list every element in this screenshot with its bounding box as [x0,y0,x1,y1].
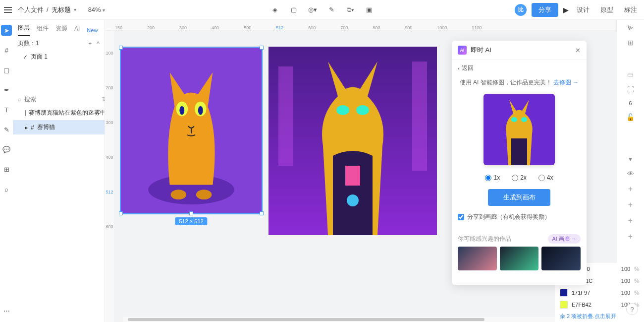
svg-point-7 [196,190,212,199]
thumb-3[interactable] [541,247,581,270]
cyber-image[interactable] [268,47,437,235]
tab-ai[interactable]: AI [74,25,80,35]
ai-panel-title: 即时 AI [471,46,491,55]
play-icon[interactable]: ▶ [563,6,569,14]
comment-tool[interactable]: 💬 [1,144,12,155]
ruler-vertical: 100200300400512600 [105,31,114,322]
mode-prototype[interactable]: 原型 [597,5,616,14]
add-section-4[interactable]: + [628,232,633,241]
share-gallery-label: 分享到画廊（有机会获得奖励） [467,213,550,221]
mode-annotate[interactable]: 标注 [621,5,640,14]
radio-2x[interactable]: 2x [512,174,527,181]
add-section-3[interactable]: + [628,216,633,225]
svg-point-17 [521,117,527,122]
pen-tool[interactable]: ✒ [1,84,12,95]
ai-hint: 使用 AI 智能修图，让作品更完美！ 去修图 → [452,76,587,89]
chevron-down-icon[interactable]: ▾ [74,7,76,12]
frame-icon[interactable]: ▢ [289,5,299,15]
right-value: 6 [629,100,632,106]
new-badge: New [87,27,98,33]
layer-item-selected[interactable]: ▸#赛博猫 [13,120,105,134]
search-icon: ⌕ [18,96,21,103]
back-button[interactable]: ‹返回 [452,60,587,76]
thumb-1[interactable] [458,247,497,270]
frame-tool[interactable]: # [1,45,12,56]
svg-point-11 [336,105,349,115]
breadcrumb-root[interactable]: 个人文件 [18,5,44,14]
gallery-link[interactable]: AI 画廊 → [548,234,581,244]
tab-layers[interactable]: 图层 [18,24,30,36]
svg-point-12 [356,105,369,115]
selected-frame[interactable]: 512 × 512 [120,47,263,214]
mask-icon[interactable]: ◎▾ [308,5,318,15]
lock-icon[interactable]: 🔓 [626,113,635,121]
zoom-select[interactable]: 84% ▾ [88,6,106,13]
device-icon[interactable]: ▭ [627,70,634,78]
edit-icon[interactable]: ✎ [326,5,336,15]
visibility-icon[interactable]: 👁 [627,170,634,178]
rectangle-tool[interactable]: ▢ [1,64,12,75]
add-section-1[interactable]: + [628,185,633,193]
add-section-2[interactable]: + [628,200,633,209]
chevron-down-icon[interactable]: ▾ [629,155,632,163]
close-icon[interactable]: ✕ [575,47,581,54]
interest-label: 你可能感兴趣的作品 [458,235,511,243]
widget-tool[interactable]: ⊞ [1,164,12,175]
selection-size: 512 × 512 [175,217,207,225]
generate-button[interactable]: 生成到画布 [488,189,550,206]
share-gallery-checkbox[interactable] [458,214,464,220]
radio-1x[interactable]: 1x [485,174,500,181]
document-title[interactable]: 无标题 [52,5,71,14]
svg-point-4 [179,106,184,115]
layer-search-input[interactable] [24,96,99,103]
component-icon[interactable]: ▣ [364,5,374,15]
ruler-horizontal: 15020030040050051260070080090010001100 [105,20,616,31]
svg-point-5 [198,106,203,115]
breadcrumb: 个人文件 / 无标题 ▾ [18,5,76,14]
shape-icon[interactable]: ◈ [270,5,280,15]
avatar[interactable]: 比 [515,4,527,16]
page-item[interactable]: ✓页面 1 [13,51,105,63]
help-button[interactable]: ? [626,303,638,315]
gallery-thumbs [452,247,587,270]
ai-logo-icon: AI [458,46,467,55]
tab-assets[interactable]: 资源 [55,24,67,36]
expand-icon[interactable]: ⛶ [627,85,634,93]
svg-point-6 [171,190,187,199]
svg-rect-10 [412,62,427,171]
svg-rect-9 [278,66,293,166]
scrollbar-horizontal[interactable] [123,317,616,322]
retouch-link[interactable]: 去修图 → [553,79,579,86]
share-button[interactable]: 分享 [532,3,558,17]
text-tool[interactable]: T [1,104,12,115]
svg-point-16 [511,117,517,122]
layer-item[interactable]: 赛博朋克猫站在紫色的迷雾中... [13,106,105,120]
pencil-tool[interactable]: ✎ [1,124,12,135]
tab-components[interactable]: 组件 [37,24,49,36]
ai-preview [483,94,555,165]
svg-point-14 [347,194,359,206]
ai-panel: AI 即时 AI ✕ ‹返回 使用 AI 智能修图，让作品更完美！ 去修图 → … [452,41,587,285]
collapse-pages-icon[interactable]: ^ [97,40,100,47]
grid-icon[interactable]: ⊞ [628,39,634,47]
move-tool[interactable]: ➤ [1,25,12,36]
scale-radios: 1x 2x 4x [452,170,587,185]
radio-4x[interactable]: 4x [538,174,553,181]
thumb-2[interactable] [500,247,539,270]
cat-illustration [121,48,262,213]
canvas[interactable]: 15020030040050051260070080090010001100 1… [105,20,616,322]
align-icon[interactable]: ⫸ [627,24,634,32]
boolean-icon[interactable]: ⧉▾ [345,5,355,15]
search-tool[interactable]: ⌕ [1,184,12,194]
mode-design[interactable]: 设计 [574,5,592,14]
svg-rect-13 [345,166,360,186]
svg-rect-18 [511,138,527,165]
add-page-icon[interactable]: + [88,40,92,47]
more-tools[interactable]: ⋯ [1,305,12,316]
menu-icon[interactable] [4,5,14,15]
color-row[interactable]: 171F97100% [555,287,644,299]
